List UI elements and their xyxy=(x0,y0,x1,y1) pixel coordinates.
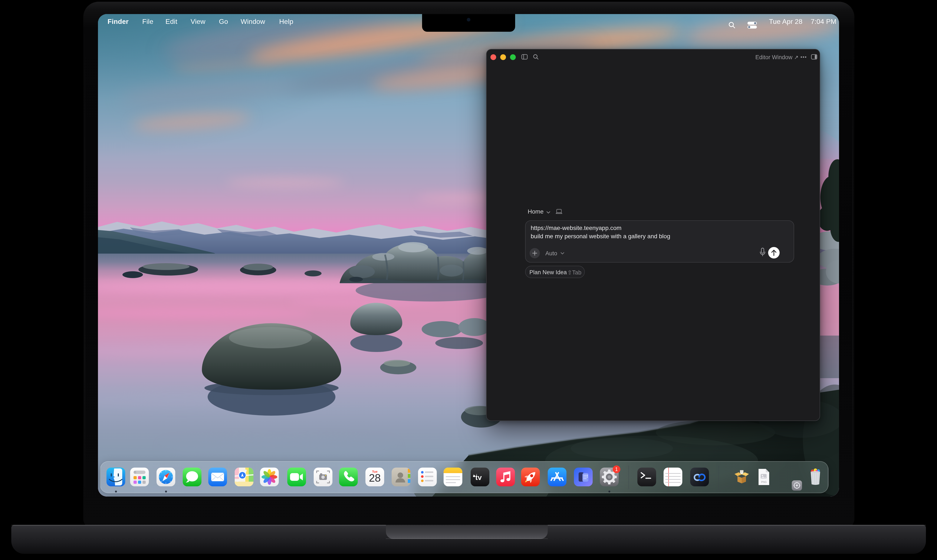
svg-text:tv: tv xyxy=(475,473,482,482)
svg-text:PNG: PNG xyxy=(761,481,767,483)
